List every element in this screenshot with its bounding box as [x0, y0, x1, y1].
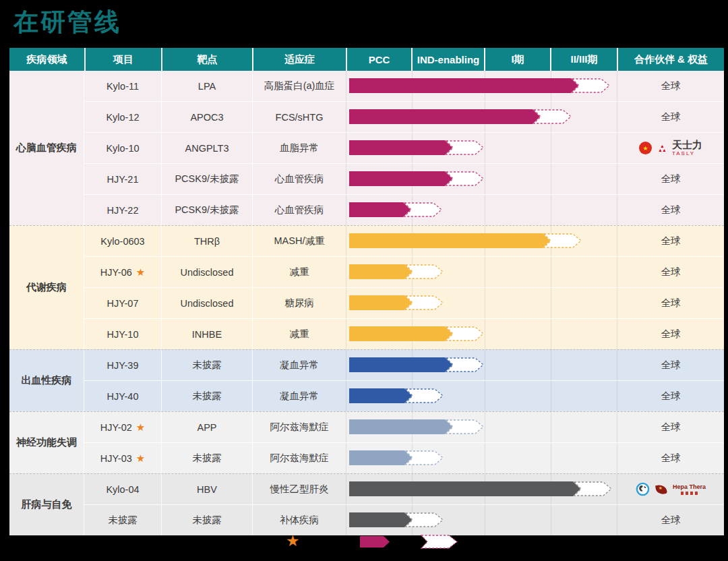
partner-label: 全球 — [661, 359, 681, 372]
target-cell: APP — [161, 412, 252, 442]
disease-area-label: 神经功能失调 — [9, 412, 84, 473]
progress-bar-cell — [346, 412, 617, 442]
tasly-logo: ★ ▲▲▲ 天士力 TASLY — [617, 140, 724, 156]
bar-dash-arrow — [574, 481, 613, 496]
target-cell: LPA — [161, 71, 252, 101]
partner-cell: 全球 — [617, 102, 724, 132]
disease-area-label: 心脑血管疾病 — [9, 71, 84, 225]
partner-label: 全球 — [661, 390, 681, 403]
target-name: PCSK9/未披露 — [175, 173, 239, 185]
table-row: HJY-06★ Undisclosed 减重 全球 — [84, 256, 724, 287]
star-icon: ★ — [136, 266, 145, 278]
indication-name: 心血管疾病 — [275, 204, 324, 216]
indication-name: MASH/减重 — [274, 235, 325, 247]
indication-name: 血脂异常 — [280, 142, 319, 154]
bar-solid — [349, 78, 578, 93]
project-cell: Kylo-11 — [84, 71, 161, 101]
indication-name: 凝血异常 — [280, 390, 319, 403]
table-row: HJY-22 PCSK9/未披露 心血管疾病 全球 — [84, 194, 724, 225]
bar-dash-arrow — [404, 202, 443, 217]
bar-solid — [349, 357, 452, 372]
bar-dash-arrow — [405, 388, 444, 403]
partner-cell: 全球 — [617, 288, 724, 318]
table-header-row: 疾病领域 项目 靶点 适应症 PCC IND-enabling I期 II/II… — [9, 48, 724, 71]
bar-solid — [349, 233, 550, 248]
table-row: HJY-10 INHBE 减重 全球 — [84, 318, 724, 349]
target-cell: ANGPLT3 — [161, 133, 252, 163]
disease-area-label: 代谢疾病 — [9, 226, 84, 349]
progress-bar-cell — [346, 474, 617, 504]
partner-label: 全球 — [661, 328, 681, 341]
project-cell: 未披露 — [84, 505, 161, 535]
table-row: 未披露 未披露 补体疾病 全球 — [84, 504, 724, 535]
indication-name: 心血管疾病 — [275, 173, 324, 185]
disease-area-label: 出血性疾病 — [9, 350, 84, 411]
target-cell: 未披露 — [161, 350, 252, 380]
project-cell: HJY-06★ — [84, 257, 161, 287]
indication-cell: 减重 — [252, 319, 346, 349]
project-name: 未披露 — [108, 514, 138, 527]
target-cell: 未披露 — [161, 443, 252, 473]
project-name: HJY-40 — [107, 391, 138, 402]
target-cell: INHBE — [161, 319, 252, 349]
partner-cell: 全球 — [617, 71, 724, 101]
hepathera-leaf-icon: ★ — [655, 483, 667, 494]
tasly-name-en: TASLY — [672, 151, 695, 156]
indication-cell: 心血管疾病 — [252, 195, 346, 225]
progress-bar-cell — [346, 505, 617, 535]
partner-label: 全球 — [661, 80, 681, 92]
project-cell: HJY-21 — [84, 164, 161, 194]
project-cell: HJY-03★ — [84, 443, 161, 473]
indication-cell: 心血管疾病 — [252, 164, 346, 194]
indication-cell: MASH/减重 — [252, 226, 346, 256]
project-name: Kylo-12 — [106, 112, 139, 123]
partner-label: 全球 — [661, 111, 681, 123]
bar-solid — [349, 295, 412, 310]
target-cell: 未披露 — [161, 505, 252, 535]
bar-solid — [349, 202, 411, 217]
project-cell: HJY-07 — [84, 288, 161, 318]
project-cell: HJY-02★ — [84, 412, 161, 442]
col-header-target: 靶点 — [161, 48, 252, 71]
indication-name: 补体疾病 — [280, 514, 319, 527]
target-name: INHBE — [192, 329, 222, 340]
bar-dash-arrow — [446, 357, 485, 372]
indication-name: 减重 — [290, 328, 309, 341]
partner-cell: 全球 — [617, 195, 724, 225]
partner-label: 全球 — [661, 235, 681, 247]
indication-name: 凝血异常 — [280, 359, 319, 372]
project-cell: Kylo-0603 — [84, 226, 161, 256]
table-row: Kylo-04 HBV 慢性乙型肝炎 — [84, 474, 724, 504]
target-name: Undisclosed — [181, 298, 234, 309]
partner-cell: 全球 — [617, 412, 724, 442]
table-row: HJY-40 未披露 凝血异常 全球 — [84, 380, 724, 411]
bar-solid — [349, 171, 452, 186]
legend-solid-arrow-icon — [360, 536, 390, 548]
indication-name: 减重 — [290, 266, 309, 278]
target-name: 未披露 — [192, 390, 222, 403]
bar-dash-arrow — [533, 109, 572, 124]
target-name: THRβ — [194, 236, 220, 247]
indication-cell: 高脂蛋白(a)血症 — [252, 71, 346, 101]
partner-cell: 全球 — [617, 381, 724, 411]
table-row: HJY-07 Undisclosed 糖尿病 全球 — [84, 287, 724, 318]
bar-solid — [349, 388, 412, 403]
partner-label: 全球 — [661, 421, 681, 434]
partner-label: 全球 — [661, 173, 681, 185]
hepathera-cn-glyphs — [681, 492, 698, 495]
indication-cell: 糖尿病 — [252, 288, 346, 318]
project-cell: HJY-22 — [84, 195, 161, 225]
bar-solid — [349, 450, 412, 465]
bar-solid — [349, 109, 540, 124]
indication-name: FCS/sHTG — [276, 112, 324, 123]
progress-bar-cell — [346, 381, 617, 411]
table-row: HJY-39 未披露 凝血异常 全球 — [84, 350, 724, 380]
table-row: Kylo-11 LPA 高脂蛋白(a)血症 全球 — [84, 71, 724, 101]
progress-bar-cell — [346, 102, 617, 132]
col-header-phase1: I期 — [484, 48, 550, 71]
partner-cell: 全球 — [617, 350, 724, 380]
project-name: HJY-03 — [100, 453, 132, 464]
bar-solid — [349, 264, 412, 279]
progress-bar-cell — [346, 443, 617, 473]
target-cell: 未披露 — [161, 381, 252, 411]
